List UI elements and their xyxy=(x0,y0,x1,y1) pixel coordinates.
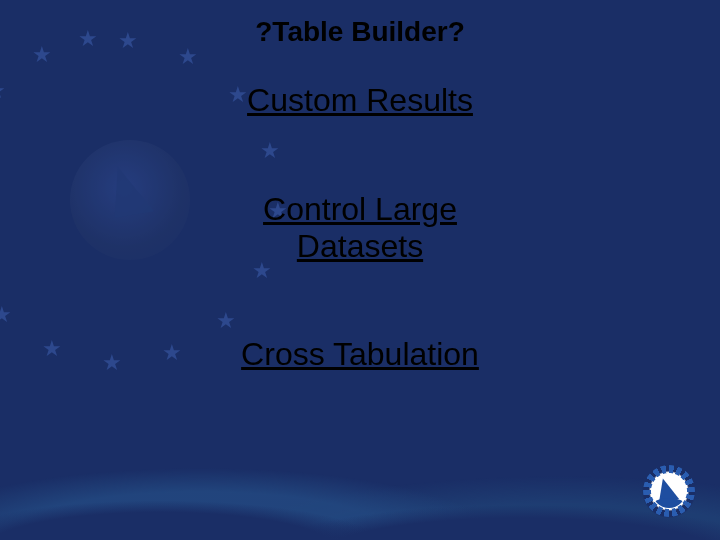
link-block-cross-tabulation: Cross Tabulation xyxy=(0,336,720,409)
link-block-control-large-datasets: Control Large Datasets xyxy=(0,191,720,301)
link-line-1: Control Large xyxy=(263,191,457,227)
link-control-large-datasets[interactable]: Control Large Datasets xyxy=(263,191,457,265)
corner-logo-icon xyxy=(638,460,700,522)
content-area: ?Table Builder? Custom Results Control L… xyxy=(0,10,720,445)
slide-title: ?Table Builder? xyxy=(0,16,720,48)
wave-front-graphic xyxy=(0,440,720,540)
link-block-custom-results: Custom Results xyxy=(0,82,720,155)
link-line-2: Datasets xyxy=(297,228,423,264)
link-custom-results[interactable]: Custom Results xyxy=(247,82,473,119)
link-cross-tabulation[interactable]: Cross Tabulation xyxy=(241,336,479,373)
slide: ★ ★ ★ ★ ★ ★ ★ ★ ★ ★ ★ ★ ★ ★ ★ ★ ★ ?Table… xyxy=(0,0,720,540)
